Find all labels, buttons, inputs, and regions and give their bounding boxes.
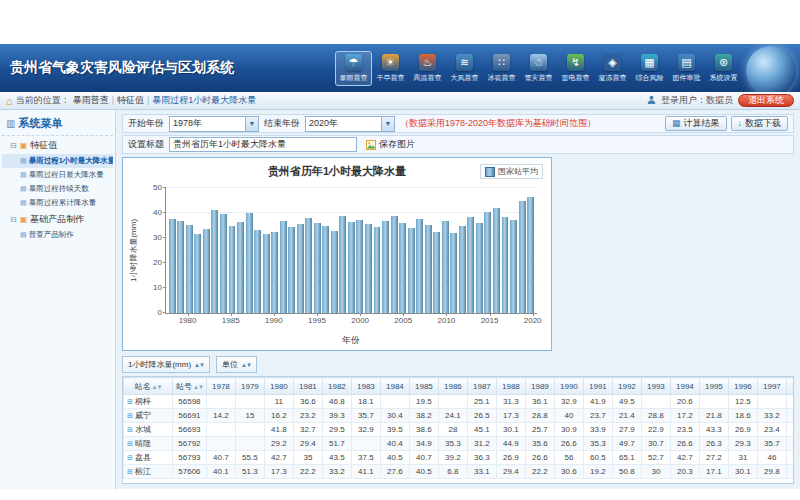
value-cell bbox=[235, 423, 264, 437]
column-header-year[interactable]: 1997 bbox=[757, 378, 786, 395]
value-cell: 29.5 bbox=[322, 423, 351, 437]
value-cell: 17.2 bbox=[670, 409, 699, 423]
bar-1998 bbox=[339, 216, 346, 313]
value-cell: 29.2 bbox=[264, 437, 293, 451]
value-cell: 30 bbox=[641, 465, 670, 479]
doc-icon: ▤ bbox=[20, 171, 27, 179]
column-header-year[interactable]: 1990 bbox=[554, 378, 583, 395]
location-label: 当前的位置： bbox=[16, 94, 70, 107]
x-tick-label: 2015 bbox=[481, 316, 499, 325]
nav-item-lightning[interactable]: ↯雷电普查 bbox=[557, 51, 594, 86]
column-header-year[interactable]: 1984 bbox=[380, 378, 409, 395]
column-header-year[interactable]: 1985 bbox=[409, 378, 438, 395]
column-header-year[interactable]: 1980 bbox=[264, 378, 293, 395]
download-button[interactable]: ↓ 数据下载 bbox=[731, 116, 789, 131]
breadcrumb-item[interactable]: 暴雨普查 bbox=[70, 95, 112, 105]
column-header-year[interactable]: 1978 bbox=[206, 378, 235, 395]
value-cell: 49.7 bbox=[612, 437, 641, 451]
value-cell: 22.2 bbox=[525, 465, 554, 479]
filter-chip-unit[interactable]: 单位 ▲▼ bbox=[216, 356, 257, 373]
station-name: 晴隆 bbox=[135, 439, 151, 448]
nav-item-wind[interactable]: ≋大风普查 bbox=[446, 51, 483, 86]
column-header-year[interactable]: 1986 bbox=[438, 378, 467, 395]
nav-item-snow[interactable]: ☃雪灾普查 bbox=[520, 51, 557, 86]
sidebar-item[interactable]: ▤暴雨过程1小时最大降水量 bbox=[2, 154, 113, 168]
collapse-icon[interactable]: ⊟ bbox=[10, 215, 17, 224]
y-tick-label: 0 bbox=[158, 308, 162, 317]
column-header-year[interactable]: 1983 bbox=[351, 378, 380, 395]
value-cell: 40.5 bbox=[380, 451, 409, 465]
sort-arrows-icon[interactable]: ▲▼ bbox=[193, 384, 203, 390]
column-header-year[interactable]: 1998 bbox=[786, 378, 794, 395]
breadcrumb-item[interactable]: 暴雨过程1小时最大降水量 bbox=[149, 95, 259, 105]
value-cell: 33.2 bbox=[757, 409, 786, 423]
snow-icon: ☃ bbox=[530, 54, 547, 71]
value-cell: 40.1 bbox=[206, 465, 235, 479]
sidebar-group-0[interactable]: ⊟▣特征值 bbox=[2, 136, 113, 154]
y-tick-label: 30 bbox=[153, 233, 162, 242]
bar-1993 bbox=[297, 224, 304, 313]
sidebar: ▥ 系统菜单 ⊟▣特征值▤暴雨过程1小时最大降水量▤暴雨过程日最大降水量▤暴雨过… bbox=[0, 110, 116, 489]
nav-item-label: 雪灾普查 bbox=[525, 73, 553, 83]
expand-row-icon[interactable]: ⊞ bbox=[127, 412, 133, 419]
breadcrumb-item[interactable]: 特征值 bbox=[114, 95, 147, 105]
value-cell: 26.8 bbox=[786, 409, 794, 423]
content-area: 开始年份 1978年 ▼ 结束年份 2020年 ▼ （数据采用1978-2020… bbox=[116, 110, 800, 489]
value-cell: 30.7 bbox=[641, 437, 670, 451]
expand-row-icon[interactable]: ⊞ bbox=[127, 468, 133, 475]
end-year-select[interactable]: 2020年 ▼ bbox=[305, 116, 395, 132]
column-header-year[interactable]: 1996 bbox=[728, 378, 757, 395]
column-header-year[interactable]: 1989 bbox=[525, 378, 554, 395]
chevron-down-icon: ▼ bbox=[245, 117, 258, 131]
nav-item-rainstorm[interactable]: ☂暴雨普查 bbox=[335, 51, 372, 86]
sort-arrows-icon[interactable]: ▲▼ bbox=[152, 384, 162, 390]
value-cell: 12.5 bbox=[728, 395, 757, 409]
nav-item-heat[interactable]: ♨高温普查 bbox=[409, 51, 446, 86]
expand-row-icon[interactable]: ⊞ bbox=[127, 454, 133, 461]
value-cell: 40 bbox=[554, 409, 583, 423]
data-table-scroll[interactable]: 站名▲▼站号▲▼19781979198019811982198319841985… bbox=[122, 376, 794, 484]
nav-item-freeze[interactable]: ◈凝冻普查 bbox=[594, 51, 631, 86]
column-header-year[interactable]: 1991 bbox=[583, 378, 612, 395]
column-header-year[interactable]: 1988 bbox=[496, 378, 525, 395]
sidebar-group-1[interactable]: ⊟▣基础产品制作 bbox=[2, 210, 113, 228]
expand-row-icon[interactable]: ⊞ bbox=[127, 398, 133, 405]
start-year-select[interactable]: 1978年 ▼ bbox=[169, 116, 259, 132]
column-header-name[interactable]: 站名▲▼ bbox=[124, 378, 173, 395]
expand-row-icon[interactable]: ⊞ bbox=[127, 440, 133, 447]
column-header-year[interactable]: 1987 bbox=[467, 378, 496, 395]
value-cell: 60.5 bbox=[583, 451, 612, 465]
nav-item-settings[interactable]: ⊛系统设置 bbox=[705, 51, 742, 86]
compute-button[interactable]: ▦ 计算结果 bbox=[665, 116, 727, 131]
save-image-button[interactable]: 保存图片 bbox=[366, 138, 415, 151]
logout-button[interactable]: 退出系统 bbox=[738, 94, 794, 107]
sidebar-item[interactable]: ▤暴雨过程日最大降水量 bbox=[2, 168, 113, 182]
sidebar-item[interactable]: ▤普查产品制作 bbox=[2, 228, 113, 242]
sidebar-item[interactable]: ▤暴雨过程累计降水量 bbox=[2, 196, 113, 210]
column-header-year[interactable]: 1993 bbox=[641, 378, 670, 395]
value-cell bbox=[699, 395, 728, 409]
filter-chip-precip[interactable]: 1小时降水量(mm) ▲▼ bbox=[122, 356, 210, 373]
column-header-year[interactable]: 1995 bbox=[699, 378, 728, 395]
column-header-id[interactable]: 站号▲▼ bbox=[173, 378, 207, 395]
column-header-year[interactable]: 1994 bbox=[670, 378, 699, 395]
column-header-year[interactable]: 1992 bbox=[612, 378, 641, 395]
collapse-icon[interactable]: ⊟ bbox=[10, 141, 17, 150]
value-cell: 29.4 bbox=[293, 437, 322, 451]
column-header-year[interactable]: 1979 bbox=[235, 378, 264, 395]
wind-icon: ≋ bbox=[456, 54, 473, 71]
main-nav: ☂暴雨普查☀干旱普查♨高温普查≋大风普查∷冰雹普查☃雪灾普查↯雷电普查◈凝冻普查… bbox=[335, 51, 800, 86]
nav-item-composite-risk[interactable]: ▦综合风险 bbox=[631, 51, 668, 86]
column-header-year[interactable]: 1981 bbox=[293, 378, 322, 395]
page-top-margin bbox=[0, 0, 800, 44]
chart-panel: 贵州省历年1小时最大降水量 国家站平均 1小时降水量(mm) 010203040… bbox=[122, 157, 552, 351]
column-header-year[interactable]: 1982 bbox=[322, 378, 351, 395]
chart-title-input[interactable] bbox=[169, 137, 357, 152]
value-cell: 17.3 bbox=[264, 465, 293, 479]
nav-item-map-approval[interactable]: ▤图件审批 bbox=[668, 51, 705, 86]
nav-item-hail[interactable]: ∷冰雹普查 bbox=[483, 51, 520, 86]
expand-row-icon[interactable]: ⊞ bbox=[127, 426, 133, 433]
nav-item-drought[interactable]: ☀干旱普查 bbox=[372, 51, 409, 86]
y-tick-label: 20 bbox=[153, 258, 162, 267]
sidebar-item[interactable]: ▤暴雨过程持续天数 bbox=[2, 182, 113, 196]
